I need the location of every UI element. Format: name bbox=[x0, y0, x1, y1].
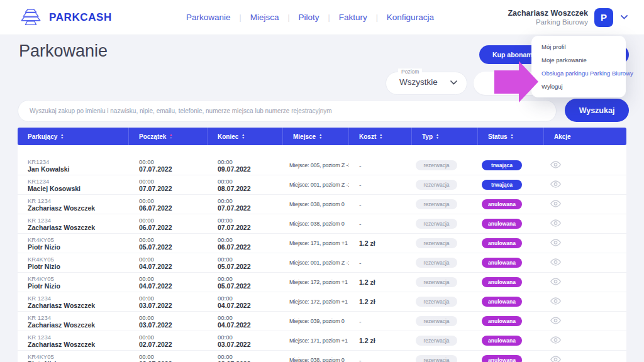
type-cell: rezerwacja bbox=[412, 297, 478, 307]
sort-icon[interactable]: ▲▼ bbox=[169, 133, 172, 140]
parker-cell: KR 1234Zachariasz Woszczek bbox=[18, 217, 129, 231]
type-cell: rezerwacja bbox=[412, 336, 478, 346]
end-cell: 00:0004.07.2022 bbox=[208, 295, 283, 309]
brand-logo[interactable]: PARKCASH bbox=[19, 7, 186, 28]
view-details-button[interactable] bbox=[549, 296, 562, 308]
status-badge: anulowana bbox=[482, 199, 522, 209]
view-details-button[interactable] bbox=[549, 238, 562, 250]
start-date: 07.07.2022 bbox=[139, 165, 208, 173]
view-details-button[interactable] bbox=[549, 199, 562, 211]
nav-link[interactable]: Piloty bbox=[299, 13, 319, 22]
view-details-button[interactable] bbox=[549, 160, 562, 172]
table-row: KR1234Maciej Kosowski00:0007.07.202200:0… bbox=[18, 175, 626, 195]
start-time: 00:00 bbox=[139, 256, 208, 263]
status-cell: anulowana bbox=[478, 258, 544, 268]
search-input[interactable] bbox=[18, 100, 557, 122]
view-details-button[interactable] bbox=[549, 218, 562, 230]
place-cell: Miejsce: 005, poziom Z -1 bbox=[283, 162, 349, 168]
column-header[interactable]: Typ▲▼ bbox=[412, 128, 478, 145]
avatar[interactable]: P bbox=[594, 8, 613, 27]
user-block[interactable]: Zachariasz Woszczek Parking Biurowy P bbox=[508, 8, 628, 27]
column-header[interactable]: Parkujący▲▼ bbox=[18, 128, 129, 145]
chevron-down-icon bbox=[450, 80, 457, 85]
cost-cell: - bbox=[349, 259, 412, 266]
type-badge: rezerwacja bbox=[416, 355, 457, 362]
plate-number: KR4KY05 bbox=[28, 353, 129, 360]
cost-cell: 1.2 zł bbox=[349, 298, 412, 305]
type-badge: rezerwacja bbox=[416, 219, 457, 229]
status-cell: anulowana bbox=[478, 238, 544, 248]
place-cell: Miejsce: 038, poziom 0 bbox=[283, 357, 349, 362]
sort-icon[interactable]: ▲▼ bbox=[436, 133, 439, 140]
view-details-button[interactable] bbox=[549, 257, 562, 269]
cost-cell: 1.2 zł bbox=[349, 239, 412, 247]
nav-separator: | bbox=[376, 13, 378, 22]
chevron-down-icon[interactable] bbox=[621, 15, 628, 19]
column-label: Koszt bbox=[359, 133, 376, 140]
column-header[interactable]: Koniec▲▼ bbox=[208, 128, 283, 145]
level-select[interactable]: Poziom Wszystkie bbox=[386, 72, 467, 95]
parkcash-app: PARKCASH Parkowanie|Miejsca|Piloty|Faktu… bbox=[0, 0, 644, 362]
top-navbar: PARKCASH Parkowanie|Miejsca|Piloty|Faktu… bbox=[0, 0, 644, 35]
page-title: Parkowanie bbox=[19, 41, 108, 61]
sort-icon[interactable]: ▲▼ bbox=[60, 133, 64, 140]
user-info: Zachariasz Woszczek Parking Biurowy bbox=[508, 9, 588, 26]
column-header[interactable]: Koszt▲▼ bbox=[349, 128, 412, 145]
column-header[interactable]: Początek▲▼ bbox=[129, 128, 208, 145]
search-button[interactable]: Wyszukaj bbox=[565, 99, 629, 122]
nav-separator: | bbox=[328, 13, 330, 22]
user-menu-item[interactable]: Obsługa parkingu Parking Biurowy bbox=[531, 67, 626, 80]
table-row: KR4KY05Piotr Nizio00:0002.07.202200:0003… bbox=[18, 351, 626, 362]
eye-icon bbox=[550, 258, 561, 268]
parker-cell: KR1234Jan Kowalski bbox=[18, 158, 129, 173]
place-cell: Miejsce: 039, poziom 0 bbox=[283, 318, 349, 324]
parker-cell: KR 1234Zachariasz Woszczek bbox=[18, 314, 129, 329]
start-date: 03.07.2022 bbox=[139, 321, 208, 329]
sort-icon[interactable]: ▲▼ bbox=[242, 133, 245, 140]
brand-name: PARKCASH bbox=[49, 11, 112, 24]
type-cell: rezerwacja bbox=[412, 180, 478, 190]
start-date: 03.07.2022 bbox=[139, 302, 208, 309]
eye-icon bbox=[550, 336, 561, 346]
sort-icon[interactable]: ▲▼ bbox=[319, 133, 322, 140]
nav-link[interactable]: Parkowanie bbox=[186, 13, 231, 22]
status-cell: trwająca bbox=[478, 160, 544, 170]
parker-name: Maciej Kosowski bbox=[28, 185, 129, 192]
type-cell: rezerwacja bbox=[412, 219, 478, 229]
start-cell: 00:0007.07.2022 bbox=[129, 178, 208, 192]
eye-icon bbox=[550, 356, 561, 362]
cost-cell: - bbox=[349, 317, 412, 325]
view-details-button[interactable] bbox=[549, 354, 562, 362]
cost-cell: - bbox=[349, 162, 412, 169]
cost-cell: - bbox=[349, 220, 412, 228]
cost-cell: - bbox=[349, 181, 412, 189]
view-details-button[interactable] bbox=[549, 335, 562, 347]
view-details-button[interactable] bbox=[549, 277, 562, 288]
table-row: KR 1234Zachariasz Woszczek00:0003.07.202… bbox=[18, 312, 626, 331]
type-badge: rezerwacja bbox=[416, 199, 457, 209]
end-time: 00:00 bbox=[218, 256, 283, 263]
actions-cell bbox=[544, 238, 626, 250]
user-menu-item[interactable]: Wyloguj bbox=[531, 80, 626, 93]
nav-link[interactable]: Faktury bbox=[339, 13, 367, 22]
start-cell: 00:0006.07.2022 bbox=[129, 217, 208, 231]
start-cell: 00:0002.07.2022 bbox=[129, 334, 208, 348]
level-select-label: Poziom bbox=[398, 69, 422, 75]
view-details-button[interactable] bbox=[549, 315, 562, 327]
type-cell: rezerwacja bbox=[412, 258, 478, 268]
parker-cell: KR4KY05Piotr Nizio bbox=[18, 236, 129, 251]
column-header[interactable]: Miejsce▲▼ bbox=[283, 128, 349, 145]
sort-icon[interactable]: ▲▼ bbox=[511, 133, 514, 140]
eye-icon bbox=[550, 278, 561, 287]
end-date: 03.07.2022 bbox=[218, 360, 283, 362]
user-menu-item[interactable]: Mój profil bbox=[531, 40, 626, 53]
sort-icon[interactable]: ▲▼ bbox=[379, 133, 382, 140]
nav-link[interactable]: Konfiguracja bbox=[387, 13, 434, 22]
nav-link[interactable]: Miejsca bbox=[250, 13, 279, 22]
status-badge: anulowana bbox=[482, 316, 522, 326]
type-badge: rezerwacja bbox=[416, 277, 457, 287]
view-details-button[interactable] bbox=[549, 179, 562, 191]
column-header[interactable]: Status▲▼ bbox=[478, 128, 544, 145]
user-menu-item[interactable]: Moje parkowanie bbox=[531, 53, 626, 67]
end-time: 00:00 bbox=[218, 217, 283, 224]
